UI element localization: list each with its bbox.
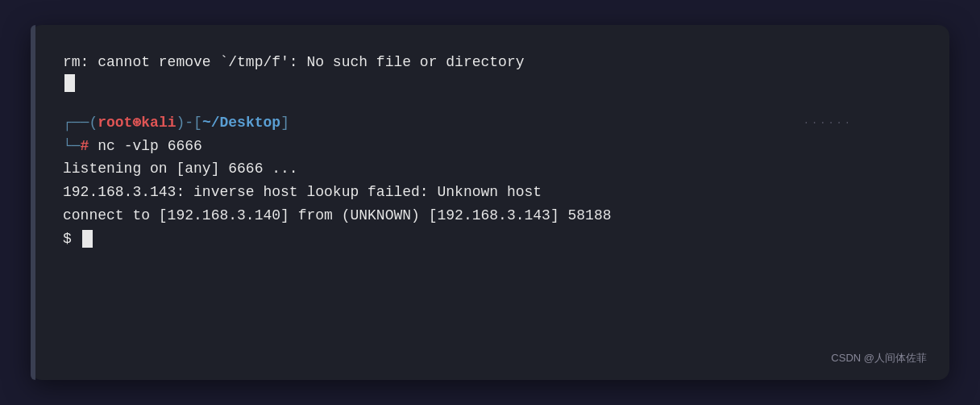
- output-line-2: 192.168.3.143: inverse host lookup faile…: [63, 181, 917, 204]
- left-accent-border: [31, 25, 35, 380]
- prompt-bracket-mid: )-[: [176, 111, 202, 135]
- cursor: [64, 74, 75, 92]
- prompt-group: ┌──(root⊛kali)-[~/Desktop] └─# nc -vlp 6…: [63, 111, 917, 251]
- output-text-3: connect to [192.168.3.140] from (UNKNOWN…: [63, 204, 612, 228]
- output-text-2: 192.168.3.143: inverse host lookup faile…: [63, 181, 542, 204]
- prompt-path: ~/Desktop: [202, 111, 280, 135]
- dots-decoration: ......: [804, 114, 853, 129]
- prompt-bracket-top: ┌──(: [63, 111, 98, 135]
- terminal-line-1: rm: cannot remove `/tmp/f': No such file…: [63, 51, 917, 74]
- prompt-command: nc -vlp 6666: [89, 135, 201, 158]
- terminal-content: rm: cannot remove `/tmp/f': No such file…: [63, 51, 917, 251]
- prompt-hash: #: [81, 135, 89, 158]
- prompt-line-2: └─# nc -vlp 6666: [63, 135, 917, 158]
- rm-error-text: rm: cannot remove `/tmp/f': No such file…: [63, 51, 525, 74]
- prompt-line-1: ┌──(root⊛kali)-[~/Desktop]: [63, 111, 917, 135]
- terminal-line-cursor: [63, 74, 917, 92]
- cursor-2: [82, 230, 93, 248]
- output-line-3: connect to [192.168.3.140] from (UNKNOWN…: [63, 204, 917, 228]
- output-text-1: listening on [any] 6666 ...: [63, 157, 298, 181]
- prompt-bracket-end: ]: [280, 111, 289, 135]
- prompt-user: root⊛kali: [98, 111, 176, 135]
- terminal-window: rm: cannot remove `/tmp/f': No such file…: [31, 25, 949, 380]
- prompt-branch: └─: [63, 135, 81, 158]
- output-line-4: $: [63, 228, 917, 251]
- output-text-4: $: [63, 228, 81, 251]
- watermark: CSDN @人间体佐菲: [831, 351, 927, 365]
- output-line-1: listening on [any] 6666 ...: [63, 157, 917, 181]
- prompt-symbol: ⊛: [132, 115, 141, 131]
